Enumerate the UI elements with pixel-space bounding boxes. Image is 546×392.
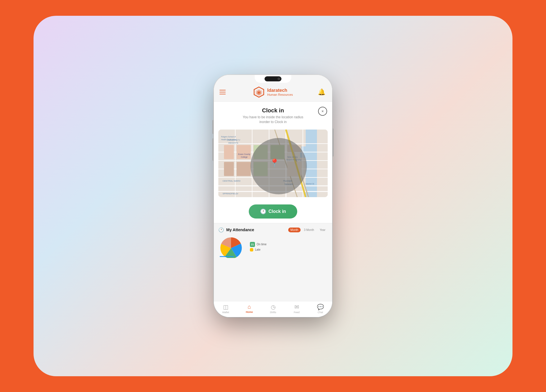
modal-subtitle: You have to be inside the location radiu… — [219, 115, 327, 124]
attendance-legend: 21 On time Late — [250, 242, 267, 251]
tab-year[interactable]: Year — [318, 228, 328, 232]
attendance-title: My Attendance — [226, 228, 254, 232]
home-icon: ⌂ — [248, 304, 251, 310]
svg-rect-23 — [224, 162, 234, 176]
svg-text:Essex County: Essex County — [238, 153, 250, 155]
attendance-content: 21 On time Late — [218, 235, 328, 258]
phone-wrapper: Idaratech Human Resources 🔔 Clock in × — [214, 75, 332, 317]
attendance-section: 🕐 My Attendance Month 3 Month Year — [214, 223, 332, 301]
modal-header: Clock in × You have to be inside the loc… — [214, 102, 332, 127]
logo-subtitle: Human Resources — [267, 93, 293, 96]
svg-rect-21 — [224, 145, 234, 159]
legend-late: Late — [250, 248, 267, 251]
menu-line-1 — [219, 90, 226, 90]
clock-button-icon: 🕐 — [260, 208, 266, 215]
attendance-clock-icon: 🕐 — [218, 227, 224, 233]
shifts-icon: ◷ — [271, 304, 276, 310]
nav-label-feed: Feed — [294, 311, 300, 314]
bell-icon[interactable]: 🔔 — [316, 87, 327, 97]
map-container: UNIVERSITY HEIGHTS CENTRAL WARD SPRINGFI… — [218, 130, 328, 197]
bottom-nav: ◫ Wallet ⌂ Home ◷ Shifts ✉ Feed — [214, 301, 332, 317]
logo-hexagon-icon — [253, 86, 265, 98]
tab-month[interactable]: Month — [288, 228, 301, 232]
logo-text-block: Idaratech Human Resources — [267, 88, 293, 96]
phone-frame: Idaratech Human Resources 🔔 Clock in × — [214, 75, 332, 317]
wallet-icon: ◫ — [223, 304, 228, 310]
logo-title: Idaratech — [267, 88, 293, 93]
nav-item-wallet[interactable]: ◫ Wallet — [218, 304, 234, 314]
menu-line-3 — [219, 94, 226, 94]
nav-label-chat: Chat — [318, 311, 323, 314]
attendance-tabs: Month 3 Month Year — [288, 228, 328, 232]
tab-3month[interactable]: 3 Month — [302, 228, 316, 232]
close-button[interactable]: × — [318, 107, 327, 116]
svg-text:Rutgers School of: Rutgers School of — [221, 136, 236, 138]
feed-icon: ✉ — [294, 304, 299, 310]
notch-inner — [265, 76, 281, 81]
nav-item-chat[interactable]: 💬 Chat — [313, 304, 328, 314]
svg-text:Market St: Market St — [306, 183, 314, 185]
chat-icon: 💬 — [317, 304, 324, 310]
attendance-pie-chart — [218, 235, 247, 258]
nav-label-wallet: Wallet — [222, 311, 229, 314]
location-pin-icon: 📍 — [270, 158, 279, 167]
svg-text:Health Professions: Health Professions — [221, 139, 237, 141]
svg-text:SPRINGFIELD/: SPRINGFIELD/ — [223, 192, 238, 195]
legend-on-time: 21 On time — [250, 242, 267, 247]
svg-point-3 — [258, 92, 260, 93]
modal-overlay: Clock in × You have to be inside the loc… — [214, 102, 332, 317]
phone-notch — [255, 75, 291, 83]
nav-item-feed[interactable]: ✉ Feed — [289, 304, 305, 314]
menu-line-2 — [219, 92, 226, 92]
camera — [278, 77, 280, 80]
app-logo: Idaratech Human Resources — [253, 86, 293, 98]
svg-text:College: College — [241, 156, 248, 158]
nav-label-home: Home — [246, 311, 253, 313]
clock-in-button[interactable]: 🕐 Clock in — [249, 204, 297, 219]
menu-icon[interactable] — [219, 87, 230, 97]
nav-label-shifts: Shifts — [270, 311, 276, 314]
svg-rect-5 — [306, 130, 317, 197]
svg-text:HEIGHTS: HEIGHTS — [228, 142, 238, 144]
attendance-header: 🕐 My Attendance Month 3 Month Year — [218, 227, 328, 233]
power-button — [332, 128, 334, 157]
late-dot — [250, 248, 253, 251]
on-time-dot: 21 — [250, 242, 255, 247]
map-background: UNIVERSITY HEIGHTS CENTRAL WARD SPRINGFI… — [218, 130, 328, 197]
svg-rect-24 — [237, 162, 251, 176]
outer-background: Idaratech Human Resources 🔔 Clock in × — [34, 16, 512, 376]
nav-item-shifts[interactable]: ◷ Shifts — [265, 304, 281, 314]
svg-text:CENTRAL WARD: CENTRAL WARD — [223, 180, 241, 182]
clock-in-modal: Clock in × You have to be inside the loc… — [214, 102, 332, 223]
nav-item-home[interactable]: ⌂ Home — [242, 304, 257, 314]
modal-title: Clock in — [219, 107, 327, 114]
